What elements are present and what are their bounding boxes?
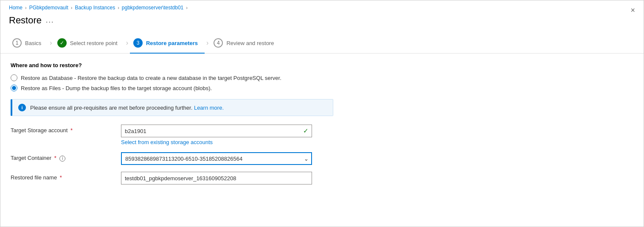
restored-file-name-label: Restored file name * xyxy=(11,172,121,181)
breadcrumb-sep-1: › xyxy=(25,5,27,10)
step-restore-parameters-circle: 3 xyxy=(133,38,143,48)
wizard-steps: 1 Basics › ✓ Select restore point › 3 Re… xyxy=(0,33,644,54)
radio-database-label: Restore as Database - Restore the backup… xyxy=(21,75,281,81)
learn-more-link[interactable]: Learn more. xyxy=(194,105,224,111)
restored-file-name-input-container xyxy=(121,172,312,184)
step-review-restore[interactable]: 4 Review and restore xyxy=(210,33,281,54)
step-sep-3: › xyxy=(205,39,210,47)
radio-files-label: Restore as Files - Dump the backup files… xyxy=(21,85,212,91)
info-icon: i xyxy=(18,104,26,111)
step-sep-2: › xyxy=(124,39,130,47)
breadcrumb-sep-2: › xyxy=(71,5,73,10)
step-sep-1: › xyxy=(48,39,53,47)
info-tooltip-icon[interactable]: i xyxy=(59,156,65,162)
field-target-storage: Target Storage account * ✓ Select from e… xyxy=(11,125,633,145)
info-text-content: Please ensure all pre-requisites are met… xyxy=(30,105,192,111)
radio-option-files[interactable]: Restore as Files - Dump the backup files… xyxy=(11,85,633,91)
required-marker-filename: * xyxy=(58,174,62,181)
step-select-restore-point[interactable]: ✓ Select restore point xyxy=(54,33,124,54)
radio-option-database[interactable]: Restore as Database - Restore the backup… xyxy=(11,74,633,81)
step-review-restore-circle: 4 xyxy=(214,38,223,48)
target-container-select-value[interactable]: 8593828689873113200-6510-35185208826564 xyxy=(121,152,312,165)
info-text: Please ensure all pre-requisites are met… xyxy=(30,105,224,111)
breadcrumb-sep-4: › xyxy=(186,5,188,10)
breadcrumb-vault[interactable]: PGbkpdemovault xyxy=(29,5,68,11)
radio-database[interactable] xyxy=(11,74,17,81)
more-options-button[interactable]: ... xyxy=(46,17,54,24)
radio-files[interactable] xyxy=(11,85,17,91)
step-basics-circle: 1 xyxy=(12,38,22,48)
close-button[interactable]: × xyxy=(630,6,635,14)
breadcrumb-home[interactable]: Home xyxy=(9,5,22,11)
step-select-restore-point-label: Select restore point xyxy=(70,40,118,46)
info-box: i Please ensure all pre-requisites are m… xyxy=(11,99,333,116)
target-storage-input-wrap: ✓ Select from existing storage accounts xyxy=(121,125,312,145)
target-storage-label: Target Storage account * xyxy=(11,125,121,133)
restore-type-radio-group: Restore as Database - Restore the backup… xyxy=(11,74,633,91)
section-title: Where and how to restore? xyxy=(11,62,633,68)
target-container-select[interactable]: 8593828689873113200-6510-35185208826564 … xyxy=(121,152,312,165)
required-marker-storage: * xyxy=(69,127,73,133)
page-container: Home › PGbkpdemovault › Backup Instances… xyxy=(0,0,644,227)
target-container-input-wrap: 8593828689873113200-6510-35185208826564 … xyxy=(121,152,312,165)
step-review-restore-label: Review and restore xyxy=(226,40,274,46)
breadcrumb: Home › PGbkpdemovault › Backup Instances… xyxy=(0,0,644,13)
page-title: Restore xyxy=(9,15,42,26)
target-container-label: Target Container * i xyxy=(11,152,121,162)
step-restore-parameters[interactable]: 3 Restore parameters xyxy=(130,33,205,54)
breadcrumb-backup-instances[interactable]: Backup Instances xyxy=(75,5,115,11)
step-basics-label: Basics xyxy=(25,40,41,46)
breadcrumb-server[interactable]: pgbkpdemoserver\testdb01 xyxy=(122,5,183,11)
restored-file-name-input-wrap xyxy=(121,172,312,184)
main-content: Where and how to restore? Restore as Dat… xyxy=(0,54,644,200)
step-basics[interactable]: 1 Basics xyxy=(9,33,48,54)
page-header: Restore ... xyxy=(0,13,644,33)
check-icon: ✓ xyxy=(303,127,309,135)
step-select-restore-point-circle: ✓ xyxy=(57,38,67,48)
step-restore-parameters-label: Restore parameters xyxy=(146,40,198,46)
field-target-container: Target Container * i 8593828689873113200… xyxy=(11,152,633,165)
target-storage-input-container: ✓ xyxy=(121,125,312,137)
select-storage-link[interactable]: Select from existing storage accounts xyxy=(121,139,312,145)
field-restored-file-name: Restored file name * xyxy=(11,172,633,184)
breadcrumb-sep-3: › xyxy=(118,5,119,10)
target-storage-input[interactable] xyxy=(121,125,312,137)
required-marker-container: * xyxy=(53,155,56,161)
restored-file-name-input[interactable] xyxy=(121,172,312,184)
